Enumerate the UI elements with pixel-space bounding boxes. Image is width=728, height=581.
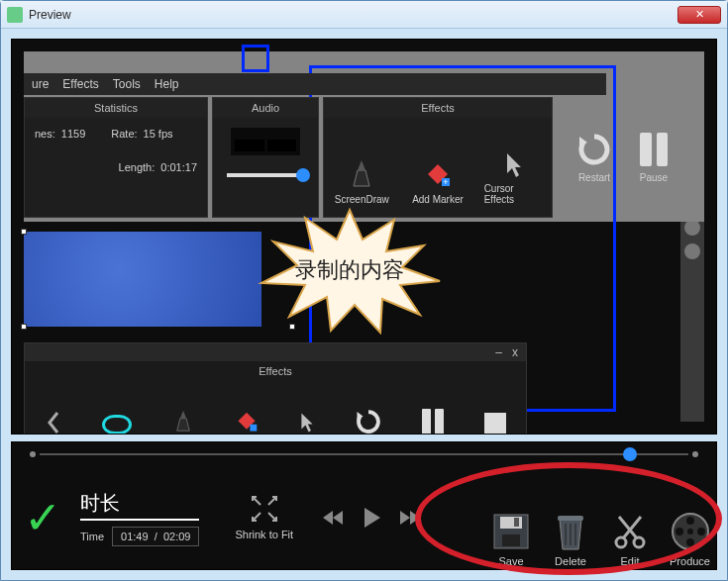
save-button[interactable]: Save <box>491 512 531 567</box>
restart-icon <box>577 133 611 166</box>
shrink-to-fit-button[interactable]: Shrink to Fit <box>235 495 293 540</box>
menu-tools[interactable]: Tools <box>113 77 141 91</box>
check-icon[interactable] <box>684 220 700 236</box>
sub-close-button[interactable]: x <box>512 345 518 359</box>
preview-stage: ure Effects Tools Help Statistics nes: 1… <box>11 39 717 435</box>
chevron-left-icon[interactable] <box>46 411 61 435</box>
timeline-track[interactable] <box>40 453 688 455</box>
menu-effects[interactable]: Effects <box>62 77 98 91</box>
sub-effects-title: Effects <box>25 363 526 379</box>
svg-rect-8 <box>558 516 583 521</box>
statistics-title: Statistics <box>25 98 207 118</box>
preview-bottombar: ✓ 时长 Time 01:49 / 02:09 Shrink to F <box>11 441 717 570</box>
effects-title: Effects <box>324 98 552 118</box>
pause-icon[interactable] <box>422 409 444 435</box>
transport-controls <box>323 505 420 531</box>
svg-point-18 <box>676 528 683 535</box>
length-label: Length: <box>119 157 156 177</box>
checkmark-icon: ✓ <box>24 502 62 533</box>
titlebar: Preview ✕ <box>1 1 727 29</box>
film-reel-icon <box>671 512 710 551</box>
length-value: 0:01:17 <box>160 157 197 177</box>
add-marker-button[interactable]: + Add Marker <box>408 162 468 205</box>
sub-toolbar-window: – x Effects <box>24 342 527 435</box>
recorder-menubar: ure Effects Tools Help <box>24 73 606 95</box>
rate-value: 15 fps <box>144 124 173 144</box>
annotation-rect-small <box>242 45 269 72</box>
window-close-button[interactable]: ✕ <box>677 6 721 24</box>
dot-icon[interactable] <box>684 243 700 259</box>
recorder-panels: Statistics nes: 1159 Rate: 15 fps Length… <box>24 97 553 218</box>
trash-icon <box>551 512 590 551</box>
pause-button[interactable]: Pause <box>624 97 683 218</box>
audio-slider[interactable] <box>227 173 304 177</box>
svg-point-16 <box>697 528 705 535</box>
floppy-icon <box>491 512 531 551</box>
marker-icon: + <box>424 162 452 190</box>
action-buttons: Save Delete Edit <box>491 512 710 567</box>
delete-button[interactable]: Delete <box>551 512 590 567</box>
svg-point-17 <box>686 538 694 546</box>
pen-icon[interactable] <box>172 407 194 435</box>
play-button[interactable] <box>359 505 384 531</box>
svg-rect-6 <box>502 534 520 546</box>
restart-button[interactable]: Restart <box>565 97 624 218</box>
svg-point-15 <box>686 517 694 525</box>
audio-panel: Audio <box>212 97 319 218</box>
window-title: Preview <box>29 8 677 22</box>
pause-icon <box>640 133 668 166</box>
resize-handle[interactable] <box>289 324 295 330</box>
menu-help[interactable]: Help <box>155 77 179 91</box>
time-display: 01:49 / 02:09 <box>112 527 199 546</box>
audio-slider-knob[interactable] <box>296 168 310 182</box>
frames-value: 1159 <box>61 124 85 144</box>
stop-icon[interactable] <box>484 413 506 435</box>
oval-tool-icon[interactable] <box>102 415 132 435</box>
svg-point-19 <box>687 529 693 534</box>
captured-region[interactable] <box>24 232 261 327</box>
time-label: Time <box>80 531 104 542</box>
produce-button[interactable]: Produce <box>670 512 710 567</box>
rate-label: Rate: <box>111 124 137 144</box>
statistics-panel: Statistics nes: 1159 Rate: 15 fps Length… <box>24 97 208 218</box>
svg-rect-7 <box>514 518 519 527</box>
restart-icon[interactable] <box>356 409 381 435</box>
audio-meter <box>231 128 300 155</box>
cursor-icon <box>504 151 524 179</box>
effects-panel: Effects ScreenDraw + Add Marker Cursor E… <box>323 97 553 218</box>
shrink-icon <box>251 495 278 523</box>
svg-rect-2 <box>250 425 257 432</box>
timeline-playhead[interactable] <box>623 447 637 461</box>
edit-button[interactable]: Edit <box>610 512 650 567</box>
resize-handle[interactable] <box>21 229 27 235</box>
svg-text:+: + <box>443 177 448 187</box>
app-icon <box>7 7 23 23</box>
audio-title: Audio <box>213 98 318 118</box>
prev-button[interactable] <box>323 509 345 527</box>
cursor-effects-button[interactable]: Cursor Effects <box>484 151 544 205</box>
sub-minimize-button[interactable]: – <box>495 345 502 359</box>
timeline[interactable] <box>12 442 716 466</box>
screendraw-button[interactable]: ScreenDraw <box>332 156 391 205</box>
pen-icon <box>348 156 375 190</box>
frames-label: nes: <box>35 124 55 144</box>
menu-capture[interactable]: ure <box>32 77 49 91</box>
resize-handle[interactable] <box>21 324 27 330</box>
marker-icon[interactable] <box>235 411 259 435</box>
duration-label: 时长 <box>80 490 199 521</box>
cursor-icon[interactable] <box>299 411 315 435</box>
next-button[interactable] <box>398 509 420 527</box>
scissors-icon <box>610 512 650 551</box>
